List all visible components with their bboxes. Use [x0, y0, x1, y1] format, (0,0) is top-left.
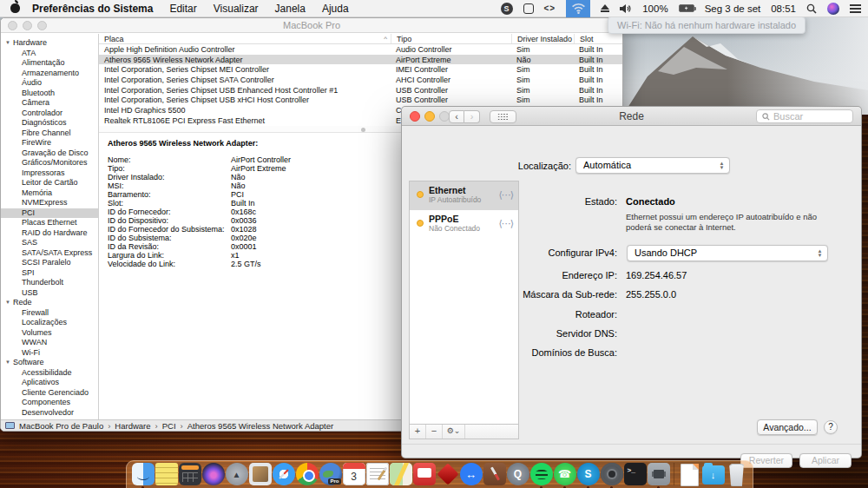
- column-header-tipo[interactable]: Tipo: [391, 34, 511, 43]
- app-box-menu-icon[interactable]: [523, 3, 534, 14]
- sidebar-item-scsi-paralelo[interactable]: SCSI Paralelo: [1, 258, 98, 268]
- breadcrumb-segment[interactable]: MacBook Pro de Paulo: [19, 421, 103, 431]
- notification-center-icon[interactable]: [850, 4, 861, 13]
- sidebar-item-ata[interactable]: ATA: [1, 49, 98, 59]
- menu-ajuda[interactable]: Ajuda: [322, 3, 349, 15]
- ipv4-popup[interactable]: Usando DHCP ▲▼: [627, 245, 828, 261]
- remove-service-button[interactable]: −: [426, 425, 443, 439]
- sidebar-item-usb[interactable]: USB: [1, 288, 98, 299]
- sidebar-item-localiza-es[interactable]: Localizações: [1, 318, 98, 328]
- sysinfo-traffic-lights[interactable]: [8, 21, 47, 30]
- battery-icon[interactable]: [679, 4, 694, 12]
- sidebar-item-nvmexpress[interactable]: NVMExpress: [1, 198, 98, 208]
- dock-item-finder[interactable]: [131, 463, 155, 488]
- sidebar-item-alimenta-o[interactable]: Alimentação: [1, 58, 98, 69]
- dock-item-chrome[interactable]: [295, 463, 319, 488]
- close-button[interactable]: [410, 111, 420, 122]
- zoom-button[interactable]: [37, 21, 47, 30]
- dock-item-calculator[interactable]: [178, 463, 201, 488]
- dock-item-calendar[interactable]: 3: [342, 463, 365, 488]
- forward-button[interactable]: ›: [464, 110, 480, 123]
- dock-item-screen-share[interactable]: [412, 463, 436, 488]
- dock-item-document[interactable]: [678, 463, 701, 488]
- menu-bar-date[interactable]: Seg 3 de set: [705, 3, 761, 14]
- table-row[interactable]: Atheros 9565 Wireless Network AdapterAir…: [99, 55, 622, 65]
- sidebar-item-c-mera[interactable]: Câmera: [1, 98, 98, 109]
- table-row[interactable]: Apple High Definition Audio ControllerAu…: [99, 44, 622, 55]
- table-row[interactable]: Intel Corporation, Series Chipset USB En…: [99, 85, 622, 96]
- minimize-button[interactable]: [23, 21, 32, 30]
- dock-item-stickies[interactable]: [155, 463, 178, 488]
- sidebar-item-armazenamento[interactable]: Armazenamento: [1, 69, 98, 79]
- code-menu-icon[interactable]: <>: [544, 3, 556, 13]
- sidebar-item-leitor-de-cart-o[interactable]: Leitor de Cartão: [1, 178, 98, 188]
- sidebar-item-raid-do-hardware[interactable]: RAID do Hardware: [1, 228, 98, 239]
- eject-menu-icon[interactable]: [601, 4, 609, 13]
- minimize-button[interactable]: [424, 111, 435, 122]
- sidebar-item-volumes[interactable]: Volumes: [1, 328, 98, 339]
- network-traffic-lights[interactable]: [410, 111, 450, 122]
- sidebar-item-componentes[interactable]: Componentes: [1, 398, 98, 408]
- battery-percent[interactable]: 100%: [642, 3, 667, 14]
- dock-item-skype[interactable]: S: [576, 463, 600, 488]
- show-all-button[interactable]: [490, 110, 516, 123]
- sidebar-item-aplicativos[interactable]: Aplicativos: [1, 378, 98, 388]
- sidebar-item-placas-ethernet[interactable]: Placas Ethernet: [1, 218, 98, 228]
- service-row-pppoe[interactable]: PPPoENão Conectado⟨⋯⟩: [410, 210, 518, 239]
- dock-item-launchpad[interactable]: [225, 463, 248, 488]
- dock-item-teamviewer[interactable]: [459, 463, 483, 488]
- volume-menu-icon[interactable]: [620, 3, 632, 14]
- sysinfo-title-bar[interactable]: MacBook Pro: [1, 18, 622, 33]
- sidebar-item-thunderbolt[interactable]: Thunderbolt: [1, 278, 98, 288]
- sidebar-item-firewall[interactable]: Firewall: [1, 308, 98, 319]
- table-row[interactable]: Intel Corporation, Series Chipset USB xH…: [99, 95, 622, 105]
- dock-item-spotify[interactable]: [529, 463, 553, 488]
- dock-item-maps[interactable]: [389, 463, 412, 488]
- sidebar-item-firewire[interactable]: FireWire: [1, 138, 98, 148]
- apply-button[interactable]: Aplicar: [799, 453, 852, 468]
- skype-menu-icon[interactable]: S: [501, 3, 513, 15]
- sidebar-item-grava-o-de-disco[interactable]: Gravação de Disco: [1, 148, 98, 159]
- sidebar-item-pci[interactable]: PCI: [1, 208, 98, 219]
- sidebar-item-acessibilidade[interactable]: Acessibilidade: [1, 368, 98, 379]
- search-field[interactable]: Buscar: [756, 109, 853, 123]
- service-actions-button[interactable]: ⚙⌄: [443, 425, 465, 439]
- dock-item-paint[interactable]: [483, 463, 506, 488]
- menu-visualizar[interactable]: Visualizar: [214, 3, 259, 15]
- siri-menu-icon[interactable]: [827, 3, 839, 15]
- breadcrumb-segment[interactable]: Atheros 9565 Wireless Network Adapter: [187, 421, 333, 431]
- sidebar-item-mem-ria[interactable]: Memória: [1, 188, 98, 199]
- sidebar-item-bluetooth[interactable]: Bluetooth: [1, 89, 98, 99]
- add-service-button[interactable]: +: [410, 425, 426, 439]
- back-button[interactable]: ‹: [449, 110, 464, 123]
- dock-item-safari[interactable]: [272, 463, 295, 488]
- dock-item-system-information[interactable]: [647, 463, 670, 488]
- menu-bar-time[interactable]: 08:51: [771, 3, 796, 14]
- sidebar-item-sata-sata-express[interactable]: SATA/SATA Express: [1, 248, 98, 259]
- sidebar-item-desenvolvedor[interactable]: Desenvolvedor: [1, 408, 98, 419]
- dock-item-whatsapp[interactable]: [553, 463, 576, 488]
- sidebar-item-rede[interactable]: ▼Rede: [1, 298, 98, 308]
- table-row[interactable]: Intel Corporation, Series Chipset MEI Co…: [99, 64, 622, 75]
- sidebar-item-wwan[interactable]: WWAN: [1, 338, 98, 348]
- sidebar-item-wi-fi[interactable]: Wi-Fi: [1, 348, 98, 359]
- dock-item-siri[interactable]: [201, 463, 225, 488]
- sidebar-item-gr-ficos-monitores[interactable]: Gráficos/Monitores: [1, 158, 98, 168]
- network-title-bar[interactable]: ‹ › Rede Buscar: [402, 107, 861, 126]
- table-row[interactable]: Intel Corporation, Series Chipset SATA C…: [99, 75, 622, 85]
- help-button[interactable]: ?: [824, 420, 838, 434]
- dock-item-google-earth[interactable]: Pro: [319, 463, 342, 488]
- dock-item-downloads[interactable]: [701, 463, 725, 488]
- sidebar-item-hardware[interactable]: ▼Hardware: [1, 38, 98, 49]
- sidebar-item-software[interactable]: ▼Software: [1, 358, 98, 368]
- apple-menu-icon[interactable]: [10, 3, 20, 13]
- column-header-driver[interactable]: Driver Instalado: [511, 34, 574, 43]
- dock-item-diamond[interactable]: [436, 463, 459, 488]
- sidebar-item-fibre-channel[interactable]: Fibre Channel: [1, 129, 98, 139]
- breadcrumb-segment[interactable]: PCI: [162, 421, 176, 431]
- table-header[interactable]: Placa ^ Tipo Driver Instalado Slot: [99, 34, 622, 44]
- column-header-placa[interactable]: Placa ^: [99, 34, 391, 43]
- wifi-menu-icon[interactable]: [566, 0, 590, 17]
- dock-item-terminal[interactable]: >_: [623, 463, 647, 488]
- sidebar-item-udio[interactable]: Áudio: [1, 78, 98, 89]
